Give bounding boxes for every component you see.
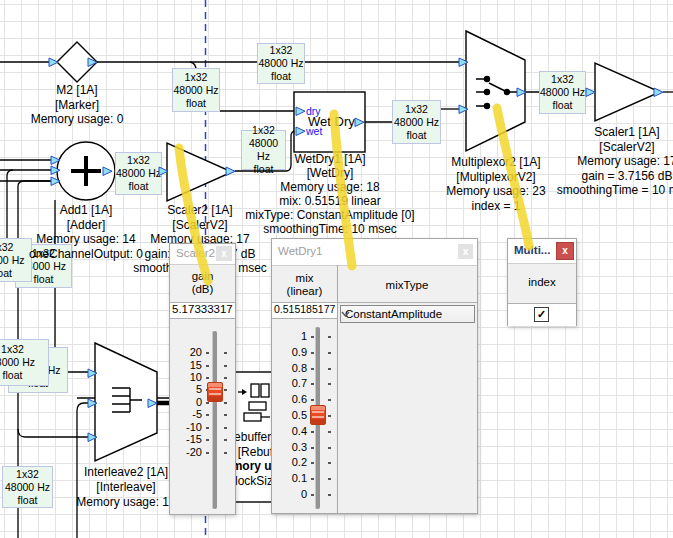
format-box: 1x3248000 Hzfloat — [539, 71, 586, 114]
mix-slider[interactable]: 1 0.9 0.8 0.7 0.6 0.5 0.4 0.3 0.2 0.1 0 — [272, 319, 337, 513]
scaler2-panel-title: Scaler2 — [176, 247, 215, 259]
label-m2: M2 [1A][Marker]Memory usage: 0 — [31, 83, 124, 127]
format-box: 1x3248000 Hzfloat — [0, 238, 32, 282]
block-multiplexor2[interactable] — [466, 31, 525, 151]
label-interleave2: Interleave2 [1A][Interleave]Memory usage… — [76, 465, 175, 510]
format-box: 1x3248000 Hzfloat — [172, 68, 220, 112]
wetdry-dry-port-label: dry — [306, 105, 321, 117]
gain-slider-handle[interactable] — [207, 382, 223, 402]
gain-param-header: gain(dB) — [170, 270, 235, 296]
format-box: 1x3248000 Hzfloat — [392, 100, 441, 144]
index-checkbox[interactable]: ✓ — [534, 307, 549, 322]
mix-slider-handle[interactable] — [310, 405, 326, 425]
wetdry-wet-port-label: wet — [306, 125, 322, 137]
format-box: 1x3248000 Hzfloat — [0, 339, 49, 386]
mixtype-dropdown[interactable]: ConstantAmplitude — [340, 305, 475, 323]
label-scaler1: Scaler1 [1A][ScalerV2]Memory usage: 17ga… — [557, 125, 673, 198]
gain-slider[interactable]: 20 15 10 5 0 -5 -10 -15 -20 — [170, 319, 235, 514]
multiplexor2-panel[interactable]: Multi... x index ✓ — [507, 238, 577, 326]
gain-value-field[interactable]: 5.17333317 — [170, 302, 235, 319]
block-scaler1[interactable] — [595, 63, 660, 121]
signal-flow-editor-canvas: { "format_box": { "size": "1x32", "rate"… — [0, 0, 673, 538]
label-add1: Add1 [1A][Adder]Memory usage: 14oneChann… — [29, 203, 143, 261]
format-box: 1x3248000 Hzfloat — [257, 43, 305, 84]
multiplexor2-panel-titlebar[interactable]: Multi... x — [508, 239, 576, 264]
header-divider — [337, 302, 477, 303]
label-wetdry1: WetDry1 [1A][WetDry]Memory usage: 18mix:… — [245, 152, 414, 236]
wetdry1-panel-title: WetDry1 — [278, 245, 323, 257]
mix-value-field[interactable]: 0.515185177 — [272, 302, 337, 319]
mixtype-header: mixType — [337, 279, 477, 292]
block-scaler2[interactable] — [167, 143, 232, 201]
scaler2-panel[interactable]: Scaler2 x gain(dB) 5.17333317 20 15 10 5… — [169, 243, 236, 515]
close-icon[interactable]: x — [458, 244, 473, 259]
close-icon[interactable]: x — [556, 242, 574, 260]
mix-param-header: mix(linear) — [272, 272, 337, 298]
label-multiplexor2: Multiplexor2 [1A][MultiplexorV2]Memory u… — [446, 155, 545, 213]
block-interleave2[interactable] — [95, 343, 157, 461]
format-box: 1x3248000 Hzfloat — [115, 152, 162, 195]
close-icon[interactable]: x — [216, 246, 232, 261]
index-param-header: index — [508, 276, 576, 289]
wetdry1-panel-titlebar[interactable]: WetDry1 x — [272, 239, 477, 266]
scaler2-panel-titlebar[interactable]: Scaler2 x — [170, 244, 235, 265]
multiplexor2-panel-title: Multi... — [514, 244, 550, 256]
wetdry1-panel[interactable]: WetDry1 x mix(linear) 0.515185177 1 0.9 … — [271, 238, 478, 514]
index-check-row: ✓ — [508, 303, 576, 326]
format-box: 1x3248000 Hzfloat — [2, 466, 53, 508]
mixtype-dropdown-value: ConstantAmplitude — [345, 308, 442, 320]
chevron-down-icon — [341, 311, 350, 318]
block-m2-marker[interactable] — [57, 42, 97, 82]
